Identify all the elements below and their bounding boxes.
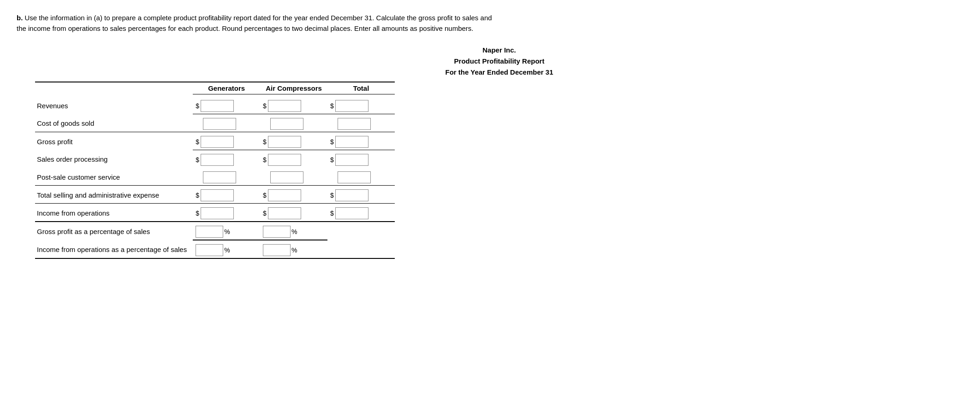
input-cell-tsae-gen: $	[193, 186, 260, 204]
input-cell-sop-air: $	[260, 150, 327, 168]
dollar-sop-total: $	[330, 156, 334, 164]
input-cogs-total[interactable]	[338, 118, 371, 130]
input-sop-generators[interactable]	[201, 154, 234, 166]
th-air-compressors: Air Compressors	[260, 82, 327, 94]
input-cell-sop-gen: $	[193, 150, 260, 168]
table-row: Income from operations $ $ $	[35, 204, 395, 222]
dollar-ifo-air: $	[263, 210, 267, 217]
input-ifo-generators[interactable]	[201, 207, 234, 219]
pct-gppct-air: %	[291, 228, 297, 235]
input-cell-revenues-total: $	[327, 94, 395, 114]
input-pscs-air-compressors[interactable]	[270, 171, 303, 183]
input-sop-total[interactable]	[335, 154, 368, 166]
input-cell-gross-gen: $	[193, 132, 260, 150]
dollar-gross-gen: $	[196, 138, 199, 146]
table-row: Post-sale customer service	[35, 168, 395, 186]
input-cell-ifopct-gen: %	[193, 240, 260, 258]
dollar-sop-air: $	[263, 156, 267, 164]
report-title: Product Profitability Report	[35, 56, 963, 67]
label-sop: Sales order processing	[35, 150, 193, 168]
dollar-tsae-air: $	[263, 192, 267, 199]
dollar-tsae-total: $	[330, 192, 334, 199]
label-revenues: Revenues	[35, 94, 193, 114]
input-cell-ifo-air: $	[260, 204, 327, 222]
input-cell-pscs-gen	[193, 168, 260, 186]
input-tsae-total[interactable]	[335, 189, 368, 201]
input-cell-pscs-total	[327, 168, 395, 186]
input-cell-cogs-gen	[193, 114, 260, 132]
no-input-gppct-total	[327, 222, 395, 240]
table-row: Income from operations as a percentage o…	[35, 240, 395, 258]
dollar-gross-air: $	[263, 138, 267, 146]
input-cell-gross-total: $	[327, 132, 395, 150]
dollar-sop-gen: $	[196, 156, 199, 164]
input-cell-ifo-gen: $	[193, 204, 260, 222]
input-gppct-air-compressors[interactable]	[263, 226, 291, 238]
instructions-bold: b.	[17, 14, 23, 22]
input-revenues-air-compressors[interactable]	[268, 100, 301, 112]
input-cell-cogs-air	[260, 114, 327, 132]
report-header: Naper Inc. Product Profitability Report …	[35, 45, 963, 78]
label-tsae: Total selling and administrative expense	[35, 186, 193, 204]
input-cell-gppct-gen: %	[193, 222, 260, 240]
label-pscs: Post-sale customer service	[35, 168, 193, 186]
table-row: Total selling and administrative expense…	[35, 186, 395, 204]
input-gppct-generators[interactable]	[196, 226, 223, 238]
input-ifo-air-compressors[interactable]	[268, 207, 301, 219]
instructions: b. Use the information in (a) to prepare…	[17, 13, 501, 34]
table-row: Revenues $ $ $	[35, 94, 395, 114]
input-gross-air-compressors[interactable]	[268, 136, 301, 148]
input-cell-revenues-air: $	[260, 94, 327, 114]
input-cell-ifopct-air: %	[260, 240, 327, 258]
input-cell-tsae-air: $	[260, 186, 327, 204]
input-revenues-generators[interactable]	[201, 100, 234, 112]
no-input-ifopct-total	[327, 240, 395, 258]
dollar-ifo-total: $	[330, 210, 334, 217]
input-pscs-total[interactable]	[338, 171, 371, 183]
dollar-revenues-air: $	[263, 102, 267, 110]
input-cell-gppct-air: %	[260, 222, 327, 240]
input-ifopct-generators[interactable]	[196, 244, 223, 256]
dollar-revenues-total: $	[330, 102, 334, 110]
input-pscs-generators[interactable]	[203, 171, 236, 183]
report-period: For the Year Ended December 31	[35, 67, 963, 78]
pct-ifopct-gen: %	[224, 246, 230, 254]
label-ifopct: Income from operations as a percentage o…	[35, 240, 193, 258]
input-cogs-air-compressors[interactable]	[270, 118, 303, 130]
input-cogs-generators[interactable]	[203, 118, 236, 130]
input-gross-total[interactable]	[335, 136, 368, 148]
instructions-text: Use the information in (a) to prepare a …	[17, 14, 492, 32]
dollar-revenues-gen: $	[196, 102, 199, 110]
th-total: Total	[327, 82, 395, 94]
dollar-tsae-gen: $	[196, 192, 199, 199]
label-gppct: Gross profit as a percentage of sales	[35, 222, 193, 240]
input-tsae-generators[interactable]	[201, 189, 234, 201]
input-cell-tsae-total: $	[327, 186, 395, 204]
table-row: Gross profit as a percentage of sales % …	[35, 222, 395, 240]
dollar-ifo-gen: $	[196, 210, 199, 217]
th-label	[35, 82, 193, 94]
table-row: Gross profit $ $ $	[35, 132, 395, 150]
input-cell-gross-air: $	[260, 132, 327, 150]
input-ifopct-air-compressors[interactable]	[263, 244, 291, 256]
table-row: Sales order processing $ $ $	[35, 150, 395, 168]
th-generators: Generators	[193, 82, 260, 94]
input-revenues-total[interactable]	[335, 100, 368, 112]
label-gross-profit: Gross profit	[35, 132, 193, 150]
label-cogs: Cost of goods sold	[35, 114, 193, 132]
pct-ifopct-air: %	[291, 246, 297, 254]
input-cell-pscs-air	[260, 168, 327, 186]
report-container: Naper Inc. Product Profitability Report …	[35, 45, 963, 259]
input-gross-generators[interactable]	[201, 136, 234, 148]
table-row: Cost of goods sold	[35, 114, 395, 132]
label-ifo: Income from operations	[35, 204, 193, 222]
input-cell-cogs-total	[327, 114, 395, 132]
input-tsae-air-compressors[interactable]	[268, 189, 301, 201]
input-sop-air-compressors[interactable]	[268, 154, 301, 166]
dollar-gross-total: $	[330, 138, 334, 146]
pct-gppct-gen: %	[224, 228, 230, 235]
input-cell-ifo-total: $	[327, 204, 395, 222]
company-name: Naper Inc.	[35, 45, 963, 56]
report-table: Generators Air Compressors Total Revenue…	[35, 82, 395, 259]
input-ifo-total[interactable]	[335, 207, 368, 219]
